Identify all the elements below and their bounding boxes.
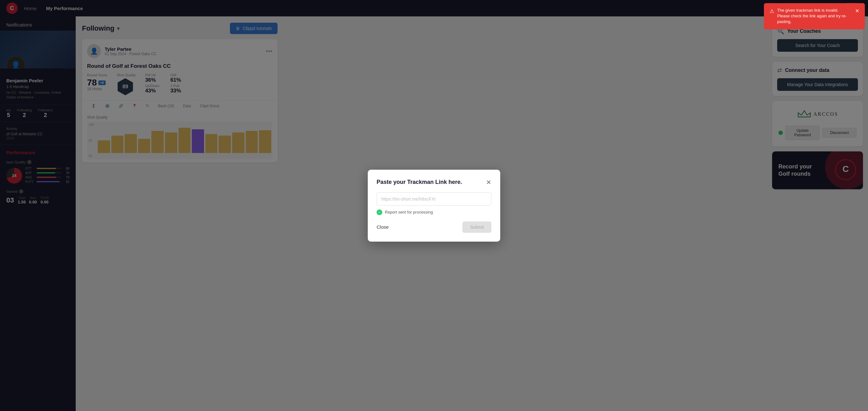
success-text: Report sent for processing xyxy=(385,210,433,215)
warning-icon: ⚠ xyxy=(770,8,774,15)
modal-overlay: Paste your Trackman Link here. ✕ ✓ Repor… xyxy=(0,0,868,411)
modal-title: Paste your Trackman Link here. xyxy=(377,179,462,186)
error-toast-message: The given trackman link is invalid. Plea… xyxy=(777,7,852,25)
modal-header: Paste your Trackman Link here. ✕ xyxy=(377,179,491,186)
modal-footer: Close Submit xyxy=(377,221,491,233)
checkmark-icon: ✓ xyxy=(377,210,382,215)
error-toast-close[interactable]: ✕ xyxy=(855,7,859,14)
modal-submit-button[interactable]: Submit xyxy=(462,221,491,233)
modal-close-button[interactable]: Close xyxy=(377,224,389,230)
trackman-link-input[interactable] xyxy=(377,192,491,205)
error-toast: ⚠ The given trackman link is invalid. Pl… xyxy=(764,3,865,29)
trackman-link-modal: Paste your Trackman Link here. ✕ ✓ Repor… xyxy=(368,170,500,242)
modal-close-x-button[interactable]: ✕ xyxy=(486,179,491,186)
modal-success-message: ✓ Report sent for processing xyxy=(377,210,491,215)
